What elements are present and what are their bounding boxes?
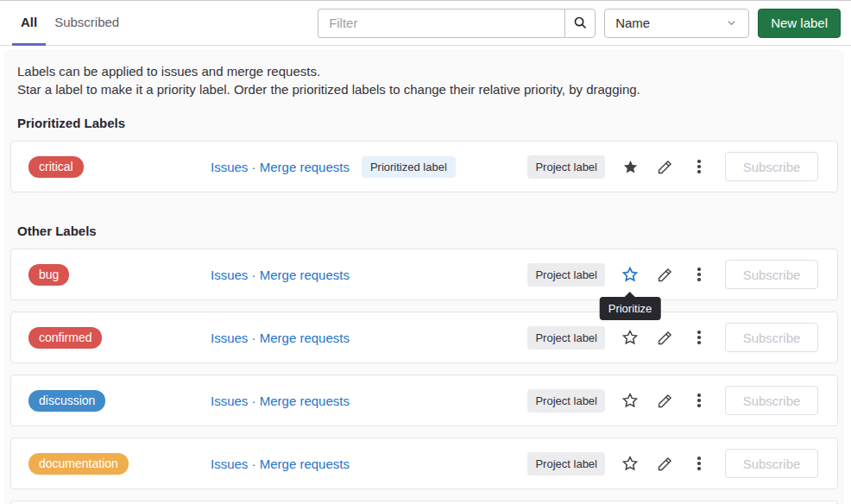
- kebab-menu-icon: [697, 394, 701, 407]
- sort-dropdown-value: Name: [615, 16, 650, 30]
- issues-link[interactable]: Issues: [211, 268, 248, 282]
- label-row-partial: [10, 501, 838, 504]
- project-label-badge: Project label: [527, 452, 605, 476]
- merge-requests-link[interactable]: Merge requests: [260, 160, 350, 174]
- tab-subscribed[interactable]: Subscribed: [46, 1, 128, 46]
- merge-requests-link[interactable]: Merge requests: [260, 331, 350, 345]
- label-row-documentation: documentation Issues · Merge requests Pr…: [10, 438, 838, 489]
- subscribe-button[interactable]: Subscribe: [725, 152, 818, 181]
- pencil-icon: [657, 393, 673, 409]
- merge-requests-link[interactable]: Merge requests: [260, 457, 350, 471]
- edit-label-button[interactable]: [647, 149, 682, 184]
- star-outline-icon: [621, 455, 639, 472]
- issues-link[interactable]: Issues: [211, 457, 248, 471]
- label-actions-kebab-button[interactable]: [682, 383, 716, 418]
- chevron-down-icon: [725, 16, 738, 29]
- label-pill-bug[interactable]: bug: [28, 264, 69, 286]
- subscribe-button[interactable]: Subscribe: [725, 449, 818, 478]
- filter-input[interactable]: [318, 9, 564, 38]
- label-links: Issues · Merge requests: [211, 268, 350, 282]
- pencil-icon: [657, 267, 673, 283]
- pencil-icon: [657, 330, 673, 346]
- prioritize-star-button[interactable]: [613, 383, 647, 418]
- prioritize-tooltip: Prioritize: [600, 297, 661, 320]
- header-controls: Name New label: [318, 9, 841, 38]
- kebab-menu-icon: [697, 331, 701, 344]
- project-label-badge: Project label: [527, 326, 605, 350]
- kebab-menu-icon: [697, 457, 701, 470]
- search-icon: [573, 16, 588, 30]
- label-row-discussion: discussion Issues · Merge requests Proje…: [10, 375, 838, 426]
- project-label-badge: Project label: [527, 389, 605, 413]
- sort-dropdown[interactable]: Name: [604, 9, 749, 38]
- pencil-icon: [657, 159, 673, 175]
- description-line-1: Labels can be applied to issues and merg…: [17, 62, 838, 80]
- tab-all[interactable]: All: [12, 1, 46, 46]
- other-labels-heading: Other Labels: [10, 224, 838, 238]
- prioritized-labels-heading: Prioritized Labels: [10, 116, 838, 130]
- label-links: Issues · Merge requests: [211, 160, 350, 174]
- label-tabs: All Subscribed: [12, 1, 128, 45]
- label-pill-discussion[interactable]: discussion: [28, 390, 105, 412]
- star-outline-icon-hover: [621, 266, 639, 283]
- label-links: Issues · Merge requests: [211, 457, 350, 471]
- label-actions-kebab-button[interactable]: [682, 446, 716, 481]
- label-links: Issues · Merge requests: [211, 394, 350, 408]
- label-pill-confirmed[interactable]: confirmed: [28, 327, 102, 349]
- project-label-badge: Project label: [527, 263, 605, 287]
- label-actions-kebab-button[interactable]: [682, 257, 716, 292]
- filter-group: [318, 9, 596, 38]
- unprioritize-star-button[interactable]: [613, 149, 647, 184]
- prioritize-star-button[interactable]: [613, 320, 647, 355]
- issues-link[interactable]: Issues: [211, 331, 248, 345]
- subscribe-button[interactable]: Subscribe: [725, 386, 818, 415]
- link-separator: ·: [252, 331, 256, 345]
- label-actions-kebab-button[interactable]: [682, 320, 716, 355]
- new-label-button[interactable]: New label: [758, 9, 841, 38]
- label-actions-kebab-button[interactable]: [682, 149, 716, 184]
- label-row-critical: critical Issues · Merge requests Priorit…: [10, 141, 838, 192]
- edit-label-button[interactable]: [647, 257, 682, 292]
- label-links: Issues · Merge requests: [211, 331, 350, 345]
- star-outline-icon: [621, 329, 639, 346]
- merge-requests-link[interactable]: Merge requests: [260, 268, 350, 282]
- star-outline-icon: [621, 392, 639, 409]
- edit-label-button[interactable]: [647, 446, 682, 481]
- link-separator: ·: [252, 394, 256, 408]
- merge-requests-link[interactable]: Merge requests: [260, 394, 350, 408]
- project-label-badge: Project label: [527, 155, 605, 179]
- labels-description: Labels can be applied to issues and merg…: [10, 62, 838, 98]
- labels-panel: Labels can be applied to issues and merg…: [4, 49, 844, 504]
- subscribe-button[interactable]: Subscribe: [725, 323, 818, 352]
- star-filled-icon: [622, 159, 639, 175]
- subscribe-button[interactable]: Subscribe: [725, 260, 818, 289]
- labels-header: All Subscribed Name New label: [0, 1, 851, 46]
- label-pill-documentation[interactable]: documentation: [28, 453, 129, 475]
- pencil-icon: [657, 456, 673, 472]
- kebab-menu-icon: [697, 268, 701, 281]
- issues-link[interactable]: Issues: [211, 160, 248, 174]
- issues-link[interactable]: Issues: [211, 394, 248, 408]
- link-separator: ·: [252, 457, 256, 471]
- link-separator: ·: [252, 160, 256, 174]
- prioritize-star-button[interactable]: [613, 446, 647, 481]
- prioritize-star-button[interactable]: Prioritize: [613, 257, 647, 292]
- kebab-menu-icon: [697, 160, 701, 173]
- label-row-confirmed: confirmed Issues · Merge requests Projec…: [10, 312, 838, 363]
- edit-label-button[interactable]: [647, 383, 682, 418]
- label-pill-critical[interactable]: critical: [28, 156, 84, 178]
- edit-label-button[interactable]: [647, 320, 682, 355]
- label-row-bug: bug Issues · Merge requests Project labe…: [10, 249, 838, 300]
- description-line-2: Star a label to make it a priority label…: [17, 80, 838, 98]
- search-button[interactable]: [564, 9, 596, 38]
- link-separator: ·: [252, 268, 256, 282]
- prioritized-label-badge: Prioritized label: [362, 156, 456, 178]
